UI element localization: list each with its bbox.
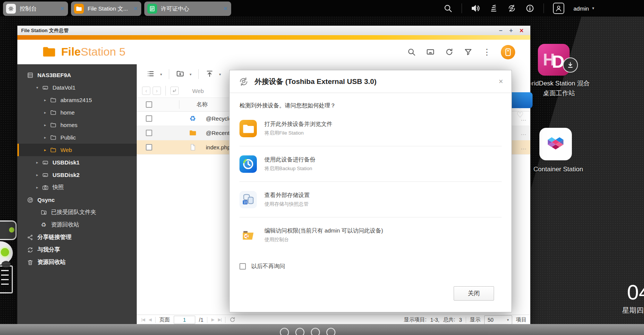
close-tab-icon[interactable]: × xyxy=(134,5,137,12)
tree-caret-icon[interactable] xyxy=(36,173,42,177)
drive-icon xyxy=(42,84,49,91)
dialog-option-3[interactable]: 10查看外部存储设置使用存储与快照总管 xyxy=(239,182,502,217)
taskbar-tab-2[interactable]: File Station 文...× xyxy=(71,2,141,16)
user-menu[interactable]: admin ▼ xyxy=(573,5,595,12)
sidebar-item-DataVol1[interactable]: DataVol1 xyxy=(17,81,137,94)
tree-caret-icon[interactable] xyxy=(36,185,42,189)
sidebar-item-资源回收站[interactable]: 资源回收站 xyxy=(17,219,137,231)
sidebar-item-label: 分享链接管理 xyxy=(37,234,71,241)
dock-circle-icon[interactable] xyxy=(295,328,304,335)
new-folder-caret[interactable] xyxy=(190,72,192,76)
option-subtitle: 使用控制台 xyxy=(264,236,383,243)
next-page-button[interactable] xyxy=(211,317,214,322)
view-mode-icon[interactable] xyxy=(147,70,156,79)
dock-circle-icon[interactable] xyxy=(326,328,335,335)
more-options-icon[interactable] xyxy=(483,48,491,56)
search-icon[interactable] xyxy=(407,48,416,57)
new-folder-icon[interactable] xyxy=(176,70,185,79)
tree-caret-icon[interactable] xyxy=(36,160,42,164)
sidebar-item-USBDisk1[interactable]: USBDisk1 xyxy=(17,156,137,169)
page-number-input[interactable] xyxy=(174,316,195,324)
tree-caret-icon[interactable] xyxy=(44,110,49,115)
taskbar-tab-1[interactable]: 控制台× xyxy=(3,2,68,16)
cast-icon[interactable] xyxy=(426,48,435,57)
remote-control-button[interactable] xyxy=(501,45,515,59)
sidebar-item-Qsync[interactable]: Qsync xyxy=(17,194,137,206)
upload-caret[interactable] xyxy=(219,72,221,76)
sidebar-item-NAS3BEF9A[interactable]: NAS3BEF9A xyxy=(17,69,137,81)
maximize-button[interactable]: + xyxy=(509,28,513,34)
row-menu-button[interactable]: ... xyxy=(521,130,527,136)
select-all-checkbox[interactable] xyxy=(146,101,152,108)
device-sync-icon[interactable] xyxy=(507,4,516,13)
tree-caret-icon[interactable] xyxy=(44,148,49,152)
sidebar-item-快照[interactable]: 快照 xyxy=(17,181,137,194)
folder-icon xyxy=(188,129,197,137)
dock-circle-icon[interactable] xyxy=(280,328,289,335)
favorite-icon[interactable] xyxy=(516,110,524,119)
close-dialog-button[interactable]: 关闭 xyxy=(454,286,494,301)
sidebar-item-USBDisk2[interactable]: USBDisk2 xyxy=(17,169,137,181)
row-checkbox[interactable] xyxy=(146,130,152,136)
sidebar-item-abrams2415[interactable]: abrams2415 xyxy=(17,94,137,106)
last-page-button[interactable] xyxy=(218,317,221,322)
volume-icon[interactable] xyxy=(471,4,480,13)
background-tasks-icon[interactable] xyxy=(489,4,498,13)
sidebar-item-分享链接管理[interactable]: 分享链接管理 xyxy=(17,231,137,243)
tree-caret-icon[interactable] xyxy=(44,98,49,102)
notifications-icon[interactable] xyxy=(525,4,534,13)
tree-caret-icon[interactable] xyxy=(44,135,49,140)
hybriddesk-station-label[interactable]: bridDesk Station 混合 桌面工作站 xyxy=(526,79,592,99)
first-page-button[interactable] xyxy=(141,317,145,322)
tree-caret-icon[interactable] xyxy=(36,85,42,90)
sidebar-item-homes[interactable]: homes xyxy=(17,119,137,131)
prev-page-button[interactable] xyxy=(148,317,151,322)
close-window-button[interactable]: × xyxy=(519,27,524,34)
tree-caret-icon[interactable] xyxy=(44,123,49,127)
logo-text-bold: File xyxy=(61,45,81,58)
global-search-icon[interactable] xyxy=(443,4,452,13)
user-avatar[interactable] xyxy=(553,3,564,14)
dialog-option-4[interactable]: 编辑访问权限(当前只有 admin 可以访问此设备)使用控制台 xyxy=(239,217,502,253)
container-station-label[interactable]: Container Station xyxy=(525,166,591,173)
refresh-list-icon[interactable] xyxy=(229,316,236,323)
row-menu-button[interactable]: ... xyxy=(521,144,527,150)
breadcrumb[interactable]: Web xyxy=(192,88,204,94)
refresh-icon[interactable] xyxy=(445,48,454,57)
close-tab-icon[interactable]: × xyxy=(60,5,64,12)
dock-circle-icon[interactable] xyxy=(311,328,320,335)
dialog-option-2[interactable]: 使用此设备进行备份将启用Backup Station xyxy=(239,146,502,182)
download-badge-icon[interactable] xyxy=(563,57,578,73)
sidebar-item-home[interactable]: home xyxy=(17,106,137,119)
name-column-header[interactable]: 名称 xyxy=(196,101,208,108)
row-checkbox[interactable] xyxy=(146,144,152,150)
left-desktop-icon-notes[interactable] xyxy=(0,265,13,293)
container-station-icon[interactable] xyxy=(539,128,572,160)
folder-line-icon xyxy=(49,134,57,141)
divider xyxy=(207,317,207,323)
dont-ask-checkbox[interactable] xyxy=(239,263,246,270)
taskbar-tab-3[interactable]: 许可证中心× xyxy=(144,2,231,16)
page-size-select[interactable]: 50 xyxy=(484,315,512,324)
dialog-option-1[interactable]: 打开此外接设备并浏览文件将启用File Station xyxy=(239,111,502,146)
dialog-close-icon[interactable]: × xyxy=(499,77,503,86)
sidebar-item-Public[interactable]: Public xyxy=(17,131,137,144)
sidebar-item-Web[interactable]: Web xyxy=(17,144,137,156)
back-button[interactable] xyxy=(142,87,150,95)
minimize-button[interactable]: − xyxy=(499,28,502,34)
row-checkbox[interactable] xyxy=(146,115,152,122)
file-name[interactable]: @Recycle xyxy=(206,115,232,122)
go-up-button[interactable] xyxy=(170,87,179,95)
upload-icon[interactable] xyxy=(205,70,215,79)
sidebar-item-与我分享[interactable]: 与我分享 xyxy=(17,243,137,256)
gear-icon xyxy=(6,4,16,14)
dialog-header: 外接设备 (Toshiba External USB 3.0) × xyxy=(230,70,511,93)
window-titlebar[interactable]: File Station 文件总管 − + × xyxy=(17,26,530,35)
forward-button[interactable] xyxy=(153,87,161,95)
sidebar-item-已接受团队文件夹[interactable]: 已接受团队文件夹 xyxy=(17,206,137,219)
file-name[interactable]: index.php xyxy=(206,144,230,150)
filter-icon[interactable] xyxy=(464,48,473,57)
close-tab-icon[interactable]: × xyxy=(224,5,227,12)
view-mode-caret[interactable] xyxy=(160,72,162,76)
sidebar-item-资源回收站[interactable]: 资源回收站 xyxy=(17,256,137,268)
